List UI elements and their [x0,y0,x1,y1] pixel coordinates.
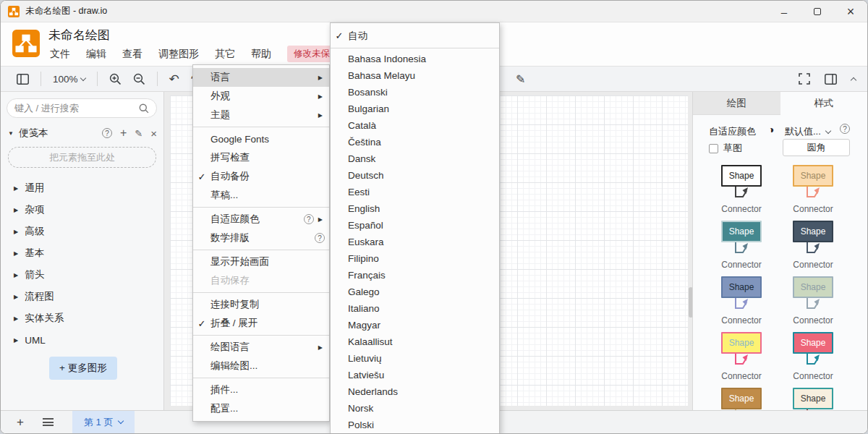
style-preset[interactable]: Shape Connector [721,388,762,412]
sketch-pencil-button[interactable]: ✎ [516,72,525,86]
shape-search-input[interactable]: 键入 / 进行搜索 [7,98,157,118]
zoom-in-button[interactable] [109,73,122,85]
maximize-button[interactable] [801,1,834,22]
style-preset[interactable]: Shape Connector [721,221,762,270]
toggle-sidebar-button[interactable] [17,74,29,85]
menubar-item[interactable]: 文件 [50,48,70,61]
style-preset[interactable]: Shape Connector [793,221,833,270]
default-style-dropdown[interactable]: 默认值... [785,125,830,138]
fullscreen-button[interactable] [799,73,810,85]
menu-item[interactable]: 绘图语言 ▶ [193,338,329,357]
format-panel-toggle-button[interactable] [825,74,837,85]
format-tab[interactable]: 绘图 [693,92,780,115]
menu-item[interactable]: Google Fonts [193,129,329,148]
menu-item[interactable]: English [331,200,499,217]
menu-item[interactable]: Euskara [331,234,499,250]
menu-item[interactable]: ✓ 自动 [331,26,499,46]
zoom-out-button[interactable] [133,73,145,85]
menu-item[interactable]: 自适应颜色 ? ▶ [193,210,329,229]
scratchpad-edit-icon[interactable]: ✎ [135,128,142,139]
menu-item[interactable]: 语言 ▶ [193,68,329,87]
adaptive-colors-label: 自适应颜色 [709,125,756,138]
chevron-down-icon [80,75,85,80]
menu-item[interactable]: 连接时复制 [193,295,329,314]
sidebar-section[interactable]: ▶ 通用 [1,177,163,199]
sketch-checkbox[interactable] [709,144,718,153]
menu-item[interactable]: 主题 ▶ [193,106,329,124]
menu-item[interactable]: Català [331,117,499,134]
menu-item[interactable]: Lietuvių [331,350,499,367]
scratchpad-add-icon[interactable]: + [120,127,127,140]
menu-item[interactable]: Deutsch [331,167,499,184]
style-preset[interactable]: Shape Connector [721,165,762,214]
menubar-item[interactable]: 其它 [215,48,235,61]
close-button[interactable]: × [834,1,867,22]
sketch-checkbox-row[interactable]: 草图 [709,142,742,155]
format-tab[interactable]: 样式 [780,92,868,115]
menu-item[interactable]: 配置... [193,399,329,418]
menu-item[interactable]: Bahasa Indonesia [331,51,499,67]
menu-item[interactable]: Bulgarian [331,101,499,117]
rounded-button[interactable]: 圆角 [783,139,850,156]
undo-button[interactable]: ↶ [169,73,179,85]
page-tab[interactable]: 第 1 页 [72,411,135,433]
menu-item[interactable]: Polski [331,417,499,433]
scratchpad-help-icon[interactable]: ? [102,128,112,138]
minimize-button[interactable]: – [767,1,801,22]
adaptive-colors-toggle-icon[interactable]: ◑ [768,124,774,135]
scratchpad-header[interactable]: ▼ 便笺本 ? + ✎ × [8,127,157,140]
menu-item[interactable]: Nederlands [331,383,499,400]
menu-item[interactable]: Español [331,217,499,234]
menu-item[interactable]: 显示开始画面 [193,252,329,271]
menu-item[interactable]: 自动保存 [193,271,329,290]
menu-item[interactable]: 数学排版 ? [193,229,329,247]
menubar-item[interactable]: 查看 [122,48,142,61]
style-preset[interactable]: Shape Connector [793,388,833,412]
sidebar-section[interactable]: ▶ 箭头 [1,264,163,286]
menu-item[interactable]: Français [331,267,499,284]
style-preset[interactable]: Shape Connector [793,332,833,381]
menu-item[interactable]: Bahasa Melayu [331,67,499,84]
style-preset[interactable]: Shape Connector [793,165,833,214]
scratchpad-close-icon[interactable]: × [150,127,157,140]
menu-item[interactable]: Bosanski [331,84,499,101]
menu-item[interactable]: Kalaallisut [331,333,499,350]
menu-item[interactable]: 插件... [193,380,329,399]
menu-item[interactable]: 编辑绘图... [193,357,329,375]
menu-item[interactable]: Italiano [331,300,499,317]
sidebar-section[interactable]: ▶ 高级 [1,221,163,242]
style-preset[interactable]: Shape Connector [721,276,762,326]
menu-item[interactable]: ✓ 自动备份 [193,167,329,186]
menubar-item[interactable]: 编辑 [86,48,106,61]
menu-item[interactable]: Magyar [331,317,499,333]
menubar-item[interactable]: 帮助 [251,48,271,61]
more-shapes-button[interactable]: + 更多图形 [49,357,117,380]
fullscreen-icon [799,73,810,85]
menu-item[interactable]: 外观 ▶ [193,87,329,106]
sidebar-section[interactable]: ▶ UML [1,329,163,351]
menu-item[interactable]: Filipino [331,250,499,267]
menubar-item[interactable]: 调整图形 [158,48,199,61]
pages-list-button[interactable] [43,417,54,428]
zoom-dropdown[interactable]: 100% [53,74,85,85]
menu-item[interactable]: Galego [331,284,499,300]
add-page-button[interactable]: + [17,416,24,428]
sidebar-section[interactable]: ▶ 实体关系 [1,307,163,329]
menu-item[interactable]: Dansk [331,150,499,167]
menu-item[interactable]: ✓ 折叠 / 展开 [193,314,329,333]
sidebar-section[interactable]: ▶ 杂项 [1,199,163,221]
menu-item[interactable]: Eesti [331,184,499,200]
sidebar-section[interactable]: ▶ 基本 [1,242,163,264]
collapse-toolbar-button[interactable] [851,75,856,82]
menu-item[interactable]: Čeština [331,134,499,150]
scratchpad-dropzone[interactable]: 把元素拖至此处 [8,147,156,168]
style-help-icon[interactable]: ? [840,124,850,134]
sidebar-section[interactable]: ▶ 流程图 [1,286,163,307]
menu-item[interactable]: Latviešu [331,367,499,383]
collapsed-arrow-icon: ▶ [14,185,18,192]
menu-item[interactable]: 草稿... [193,186,329,205]
menu-item[interactable]: 拼写检查 [193,148,329,167]
style-preset[interactable]: Shape Connector [793,276,833,326]
menu-item[interactable]: Norsk [331,400,499,417]
style-preset[interactable]: Shape Connector [721,332,762,381]
